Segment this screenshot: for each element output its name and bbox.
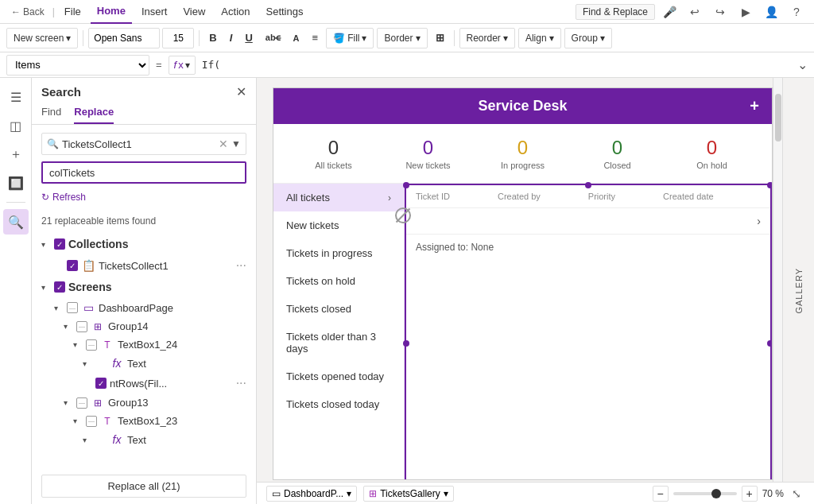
- user-icon[interactable]: 👤: [760, 1, 782, 23]
- menu-file[interactable]: File: [58, 0, 87, 24]
- dashboardpage-checkbox[interactable]: —: [67, 302, 78, 313]
- app-canvas: Service Desk + 0 All tickets 0 New ticke…: [273, 87, 773, 480]
- zoom-slider[interactable]: [673, 492, 737, 495]
- textbox124-checkbox[interactable]: —: [86, 339, 97, 351]
- sidebar-home-icon[interactable]: ☰: [3, 84, 29, 110]
- sidebar-insert-icon[interactable]: ＋: [3, 142, 29, 167]
- play-icon[interactable]: ▶: [735, 1, 757, 23]
- collections-section[interactable]: ▾ ✓ Collections: [32, 233, 256, 255]
- clear-button[interactable]: ✕: [219, 138, 228, 150]
- zoom-control: − + 70 % ⤡: [653, 486, 804, 502]
- text-item[interactable]: ▾ fx Text: [32, 354, 256, 373]
- panel-header: Search ✕: [32, 78, 256, 99]
- today-closed-menu[interactable]: Tickets closed today: [273, 390, 404, 418]
- today-opened-menu[interactable]: Tickets opened today: [273, 362, 404, 390]
- page-select[interactable]: ▭ DashboardP... ▾: [266, 486, 357, 502]
- new-tickets-menu[interactable]: New tickets: [273, 211, 404, 239]
- underline-button[interactable]: U: [240, 28, 257, 48]
- fx-icon: fx: [110, 357, 124, 370]
- zoom-out-button[interactable]: −: [653, 486, 669, 502]
- border-toggle[interactable]: ⊞: [431, 28, 449, 48]
- stats-row: 0 All tickets 0 New tickets 0 In progres…: [273, 124, 772, 184]
- font-input[interactable]: [88, 28, 160, 48]
- italic-button[interactable]: I: [225, 28, 238, 48]
- menu-action[interactable]: Action: [215, 0, 256, 24]
- screens-section[interactable]: ▾ ✓ Screens: [32, 276, 256, 298]
- size-input[interactable]: [162, 28, 194, 48]
- fill-button[interactable]: 🪣 Fill ▾: [326, 28, 374, 48]
- formula-chevron[interactable]: ⌄: [797, 57, 808, 72]
- find-replace-tabs: Find Replace: [32, 99, 256, 125]
- all-tickets-menu[interactable]: All tickets ›: [273, 184, 404, 211]
- back-button[interactable]: ← Back: [6, 5, 49, 19]
- border-button[interactable]: Border ▾: [377, 28, 427, 48]
- collections-checkbox[interactable]: ✓: [54, 238, 65, 250]
- scope-select[interactable]: Items: [6, 55, 149, 76]
- help-icon[interactable]: ?: [785, 1, 808, 23]
- align-button2[interactable]: Align ▾: [518, 28, 561, 48]
- in-progress-label: In progress: [501, 161, 545, 170]
- search-input[interactable]: [62, 138, 215, 150]
- reorder-button[interactable]: Reorder ▾: [459, 28, 515, 48]
- tab-chevron: ▾: [444, 488, 448, 499]
- fx-button[interactable]: fx ▾: [169, 56, 196, 75]
- table-header: Ticket ID Created by Priority Created da…: [406, 185, 770, 208]
- panel-close-button[interactable]: ✕: [236, 84, 246, 99]
- assigned-to-row: Assigned to: None: [406, 235, 770, 259]
- scrollbar[interactable]: [773, 78, 782, 504]
- align-button[interactable]: ≡: [308, 28, 324, 48]
- new-screen-button[interactable]: New screen ▾: [6, 28, 78, 48]
- sidebar-layers-icon[interactable]: ◫: [3, 113, 29, 138]
- ticketscollect1-item[interactable]: ✓ 📋 TicketsCollect1 ···: [32, 255, 256, 276]
- textbox123-item[interactable]: ▾ — T TextBox1_23: [32, 412, 256, 430]
- ntrows-item[interactable]: ✓ ntRows(Fil... ···: [32, 373, 256, 394]
- menu-home[interactable]: Home: [91, 0, 132, 24]
- sidebar-data-icon[interactable]: 🔲: [3, 170, 29, 196]
- text-item2[interactable]: ▾ fx Text: [32, 430, 256, 449]
- filter-button[interactable]: ▼: [231, 138, 241, 149]
- find-tab[interactable]: Find: [41, 103, 61, 124]
- ntrows-menu[interactable]: ···: [236, 376, 246, 390]
- replace-tab[interactable]: Replace: [74, 103, 114, 124]
- zoom-thumb: [711, 489, 721, 498]
- undo-icon[interactable]: ↩: [684, 1, 706, 23]
- ticketscollect1-menu[interactable]: ···: [236, 258, 246, 273]
- font-color-button[interactable]: A: [289, 28, 304, 48]
- older-menu[interactable]: Tickets older than 3 days: [273, 323, 404, 362]
- screens-checkbox[interactable]: ✓: [54, 281, 65, 293]
- group13-label: Group13: [108, 397, 246, 409]
- closed-menu[interactable]: Tickets closed: [273, 295, 404, 323]
- new-screen-chevron: ▾: [66, 33, 71, 44]
- ticketscollect1-checkbox[interactable]: ✓: [67, 260, 78, 271]
- dashboardpage-item[interactable]: ▾ — ▭ DashboardPage: [32, 298, 256, 317]
- group14-checkbox[interactable]: —: [76, 321, 87, 332]
- results-count: 21 replaceable items found: [32, 212, 256, 230]
- group14-item[interactable]: ▾ — ⊞ Group14: [32, 317, 256, 335]
- mic-icon[interactable]: 🎤: [658, 1, 680, 23]
- menu-insert[interactable]: Insert: [135, 0, 174, 24]
- in-progress-menu[interactable]: Tickets in progress: [273, 239, 404, 267]
- tab-select[interactable]: ⊞ TicketsGallery ▾: [363, 486, 454, 502]
- zoom-in-button[interactable]: +: [742, 486, 758, 502]
- formula-input[interactable]: [199, 59, 794, 71]
- replace-input[interactable]: [49, 167, 238, 179]
- textbox124-item[interactable]: ▾ — T TextBox1_24: [32, 335, 256, 354]
- group-button[interactable]: Group ▾: [564, 28, 612, 48]
- replace-all-button[interactable]: Replace all (21): [41, 475, 246, 498]
- group13-checkbox[interactable]: —: [76, 397, 87, 409]
- menu-view[interactable]: View: [176, 0, 211, 24]
- expand-button[interactable]: ⤡: [789, 486, 804, 502]
- ntrows-checkbox[interactable]: ✓: [95, 378, 107, 389]
- redo-icon[interactable]: ↪: [709, 1, 731, 23]
- group13-item[interactable]: ▾ — ⊞ Group13: [32, 394, 256, 412]
- on-hold-menu[interactable]: Tickets on hold: [273, 267, 404, 295]
- strikethrough-button[interactable]: abc̶: [261, 28, 285, 48]
- find-replace-button[interactable]: Find & Replace: [576, 4, 655, 20]
- textbox123-checkbox[interactable]: —: [86, 416, 97, 427]
- add-button[interactable]: +: [750, 97, 759, 115]
- col-created-date: Created date: [663, 192, 714, 201]
- menu-settings[interactable]: Settings: [260, 0, 310, 24]
- sidebar-search-icon[interactable]: 🔍: [3, 209, 29, 235]
- bold-button[interactable]: B: [204, 28, 221, 48]
- refresh-button[interactable]: ↻ Refresh: [41, 190, 246, 204]
